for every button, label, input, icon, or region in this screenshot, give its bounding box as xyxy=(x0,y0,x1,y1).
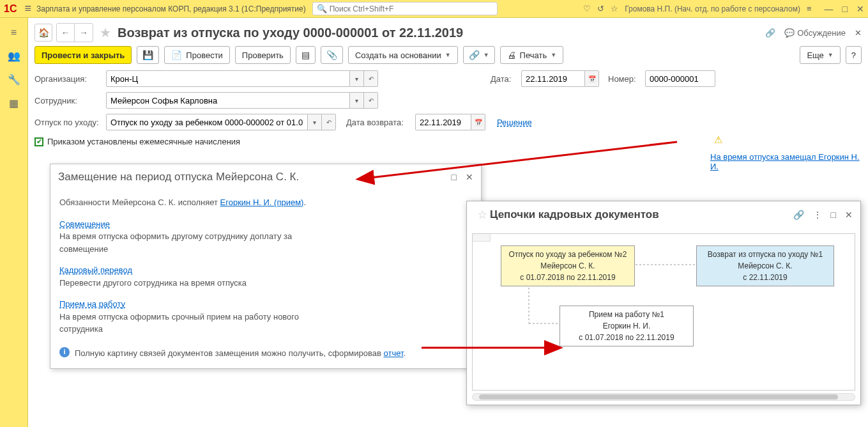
date-input[interactable] xyxy=(521,70,585,87)
doc-box-leave[interactable]: Отпуск по уходу за ребенком №2 Мейерсон … xyxy=(501,245,635,286)
check-button[interactable]: Проверить xyxy=(235,46,291,64)
monthly-accruals-checkbox[interactable]: ✔ xyxy=(34,137,43,146)
window-close-icon[interactable]: ✕ xyxy=(857,4,864,14)
number-field[interactable] xyxy=(645,70,715,87)
org-input[interactable] xyxy=(106,70,350,87)
leave-open-icon[interactable]: ↶ xyxy=(322,114,336,130)
nav-back-button[interactable]: ← xyxy=(57,24,75,42)
sidebar-users-icon[interactable]: 👥 xyxy=(8,50,20,62)
favorite-star-icon[interactable]: ★ xyxy=(100,25,111,40)
attach-button[interactable]: 📎 xyxy=(321,46,343,64)
return-input[interactable] xyxy=(415,114,471,130)
row-organization: Организация: ▾ ↶ Дата: 📅 Номер: xyxy=(34,70,862,87)
bell-icon[interactable]: ♡ xyxy=(583,4,591,13)
doc-chain-title: Цепочки кадровых документов xyxy=(490,208,659,221)
return-calendar-icon[interactable]: 📅 xyxy=(471,114,485,130)
related-button[interactable]: 🔗▼ xyxy=(463,46,495,64)
box1-line2: Мейерсон С. К. xyxy=(505,260,630,272)
intro-link[interactable]: Егоркин Н. И. (прием) xyxy=(220,198,304,207)
save-icon: 💾 xyxy=(142,50,153,60)
combination-link[interactable]: Совмещение xyxy=(59,219,110,229)
leave-field[interactable]: ▾ ↶ xyxy=(106,114,336,130)
leave-dropdown-icon[interactable]: ▾ xyxy=(308,114,322,130)
global-search[interactable]: 🔍 xyxy=(312,2,498,15)
star-icon[interactable]: ☆ xyxy=(611,4,618,13)
app-titlebar: 1C ≡ Зарплата и управление персоналом КО… xyxy=(0,0,868,18)
popup2-star-icon[interactable]: ☆ xyxy=(477,208,487,222)
sidebar-tools-icon[interactable]: 🔧 xyxy=(8,74,20,86)
help-button[interactable]: ? xyxy=(846,46,862,64)
emp-dropdown-icon[interactable]: ▾ xyxy=(350,92,364,109)
logo-1c: 1C xyxy=(4,3,17,15)
post-label: Провести xyxy=(186,50,223,60)
doc-box-return[interactable]: Возврат из отпуска по уходу №1 Мейерсон … xyxy=(696,245,834,286)
leave-input[interactable] xyxy=(106,114,308,130)
checkbox-label: Приказом установлены ежемесячные начисле… xyxy=(47,137,240,146)
info-text: Полную картину связей документов замещен… xyxy=(75,348,384,358)
page-title: Возврат из отпуска по уходу 0000-000001 … xyxy=(118,26,463,40)
popup-maximize-icon[interactable]: □ xyxy=(452,172,457,182)
post-button[interactable]: 📄Провести xyxy=(164,46,230,64)
popup2-close-icon[interactable]: ✕ xyxy=(845,210,853,220)
window-minimize-icon[interactable]: — xyxy=(825,4,834,14)
print-icon: 🖨 xyxy=(507,50,516,60)
hiring-link[interactable]: Прием на работу xyxy=(59,299,125,309)
save-button[interactable]: 💾 xyxy=(137,46,159,64)
discussion-button[interactable]: 💬 Обсуждение xyxy=(784,28,846,38)
doc-box-hiring[interactable]: Прием на работу №1 Егоркин Н. И. с 01.07… xyxy=(560,306,694,346)
org-field[interactable]: ▾ ↶ xyxy=(106,70,378,87)
post-and-close-button[interactable]: Провести и закрыть xyxy=(34,46,132,64)
emp-open-icon[interactable]: ↶ xyxy=(364,92,378,109)
number-label: Номер: xyxy=(608,74,640,84)
window-maximize-icon[interactable]: □ xyxy=(842,4,848,14)
combination-desc: На время отпуска оформить другому сотруд… xyxy=(59,230,302,255)
settings-icon[interactable]: ≡ xyxy=(807,4,812,13)
list-button[interactable]: ▤ xyxy=(296,46,316,64)
nav-forward-button[interactable]: → xyxy=(75,24,93,42)
return-field[interactable]: 📅 xyxy=(415,114,485,130)
sidebar-menu-icon[interactable]: ≡ xyxy=(11,27,17,38)
current-user[interactable]: Громова Н.П. (Нач. отд. по работе с перс… xyxy=(625,4,800,13)
print-button[interactable]: 🖨Печать▼ xyxy=(500,46,564,64)
sidebar-card-icon[interactable]: ▦ xyxy=(9,97,19,109)
print-label: Печать xyxy=(520,50,547,60)
popup2-maximize-icon[interactable]: □ xyxy=(831,210,836,220)
emp-field[interactable]: ▾ ↶ xyxy=(106,92,378,109)
date-field[interactable]: 📅 xyxy=(521,70,599,87)
intro-line: Обязанности Мейерсона С. К. исполняет Ег… xyxy=(59,196,472,209)
link-icon[interactable]: 🔗 xyxy=(765,28,775,38)
more-button[interactable]: Еще▼ xyxy=(800,46,840,64)
popup2-menu-icon[interactable]: ⋮ xyxy=(813,210,822,220)
org-dropdown-icon[interactable]: ▾ xyxy=(350,70,364,87)
org-open-icon[interactable]: ↶ xyxy=(364,70,378,87)
popup2-link-icon[interactable]: 🔗 xyxy=(793,210,804,220)
report-link[interactable]: отчет xyxy=(384,348,404,358)
search-input[interactable] xyxy=(330,4,493,13)
date-calendar-icon[interactable]: 📅 xyxy=(585,70,599,87)
post-icon: 📄 xyxy=(171,50,182,60)
popup-close-icon[interactable]: ✕ xyxy=(466,172,473,182)
box1-line1: Отпуск по уходу за ребенком №2 xyxy=(505,249,630,260)
close-page-icon[interactable]: ✕ xyxy=(855,28,862,38)
info-icon: i xyxy=(59,347,70,357)
substitution-link[interactable]: На время отпуска замещал Егоркин Н. И. xyxy=(710,152,868,171)
nav-back-forward: ← → xyxy=(56,23,93,42)
substitution-popup: Замещение на период отпуска Мейерсона С.… xyxy=(50,164,482,369)
main-menu-icon[interactable]: ≡ xyxy=(24,2,31,15)
doc-chain-canvas: Отпуск по уходу за ребенком №2 Мейерсон … xyxy=(472,233,855,391)
row-employee: Сотрудник: ▾ ↶ xyxy=(34,92,862,109)
scrollbar-thumb[interactable] xyxy=(479,394,838,400)
chat-icon: 💬 xyxy=(784,28,795,38)
warning-icon: ⚠ xyxy=(714,134,722,146)
number-input[interactable] xyxy=(645,70,715,87)
transfer-desc: Перевести другого сотрудника на время от… xyxy=(59,277,472,290)
box3-line3: с 01.07.2018 по 22.11.2019 xyxy=(564,332,689,343)
history-icon[interactable]: ↺ xyxy=(597,4,604,13)
intro-text: Обязанности Мейерсона С. К. исполняет xyxy=(59,198,220,207)
transfer-link[interactable]: Кадровый перевод xyxy=(59,265,132,275)
emp-input[interactable] xyxy=(106,92,350,109)
create-based-button[interactable]: Создать на основании▼ xyxy=(348,46,458,64)
decision-link[interactable]: Решение xyxy=(497,118,532,127)
horizontal-scrollbar[interactable] xyxy=(472,393,855,401)
home-button[interactable]: 🏠 xyxy=(34,24,52,42)
